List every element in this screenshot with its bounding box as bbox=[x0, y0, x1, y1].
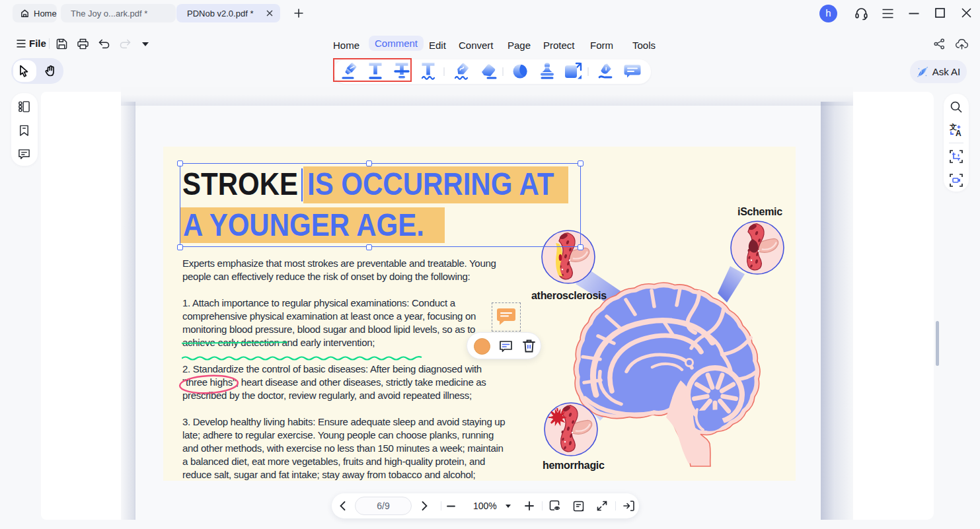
svg-text:A: A bbox=[956, 129, 961, 137]
